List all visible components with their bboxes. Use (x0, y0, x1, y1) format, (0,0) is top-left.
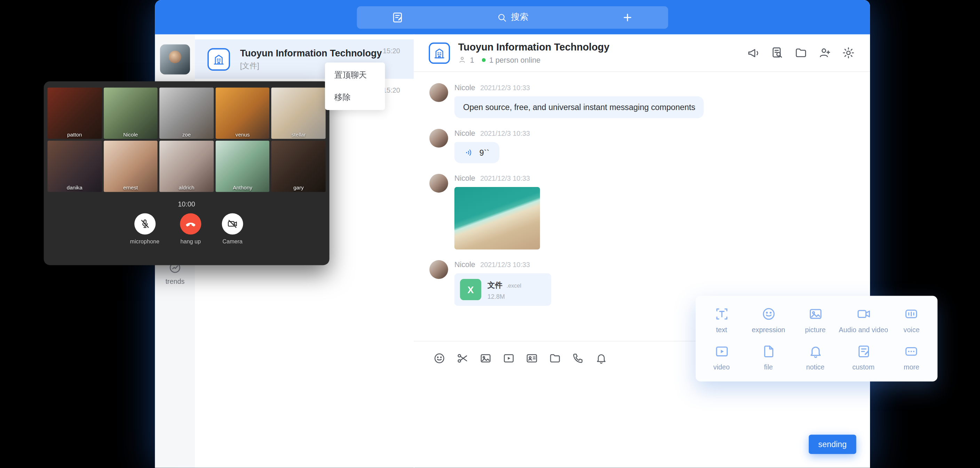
chat-title: Tuoyun Information Technology (240, 47, 382, 58)
camera-label: Camera (223, 238, 242, 244)
participant-name: stellar (272, 131, 326, 137)
chat-area: Tuoyun Information Technology 1 1 person… (414, 35, 870, 468)
feature-more[interactable]: more (888, 339, 935, 377)
bell-icon (808, 344, 823, 359)
hangup-icon (185, 218, 197, 230)
group-building-icon (429, 42, 450, 63)
bell-icon[interactable] (595, 352, 608, 364)
message-time: 2021/12/3 10:33 (480, 174, 530, 182)
feature-label: text (716, 326, 727, 333)
participant-name: patton (47, 131, 102, 137)
image-icon[interactable] (479, 352, 492, 364)
excel-file-icon: X (460, 279, 481, 300)
feature-picture[interactable]: picture (792, 301, 839, 339)
building-icon (213, 53, 225, 65)
contact-card-icon[interactable] (525, 352, 538, 364)
avatar[interactable] (430, 260, 448, 279)
feature-label: expression (752, 326, 785, 333)
add-button[interactable] (587, 6, 668, 29)
chat-time: 15:20 (383, 47, 400, 55)
file-size: 12.8M (488, 293, 521, 300)
avatar[interactable] (430, 174, 448, 193)
feature-label: file (764, 364, 773, 371)
search-icon (496, 13, 507, 22)
feature-text[interactable]: text (698, 301, 745, 339)
hangup-button[interactable] (180, 213, 201, 234)
feature-video[interactable]: video (698, 339, 745, 377)
participant-tile: ernest (103, 141, 158, 192)
voice-icon (904, 307, 919, 321)
message-time: 2021/12/3 10:33 (480, 261, 530, 268)
chat-header-actions (747, 46, 855, 59)
hangup-label: hang up (181, 238, 201, 244)
participant-tile: zoe (159, 88, 214, 139)
voice-bubble[interactable]: 9`` (455, 142, 500, 163)
group-building-icon (207, 48, 230, 70)
participant-tile: patton (47, 88, 102, 139)
compose-button[interactable] (357, 6, 438, 29)
participant-tile: aldrich (159, 141, 214, 192)
menu-item-remove[interactable]: 移除 (325, 86, 385, 109)
chat-header: Tuoyun Information Technology 1 1 person… (414, 35, 870, 72)
participant-tile: Nicole (103, 88, 158, 139)
stage: 搜索 trends Tuoyun Information T (0, 0, 980, 468)
menu-item-pin-chat[interactable]: 置顶聊天 (325, 64, 385, 86)
feature-expression[interactable]: expression (745, 301, 792, 339)
message-bubble: Open source, free, and universal instant… (455, 96, 704, 118)
microphone-control: microphone (130, 213, 159, 244)
file-card[interactable]: X 文件 .excel 12.8M (455, 273, 551, 306)
call-timer: 10:00 (47, 200, 325, 208)
search-input[interactable]: 搜索 (438, 6, 587, 29)
camera-off-icon (227, 218, 238, 230)
feature-label: voice (904, 326, 920, 333)
announcement-icon[interactable] (747, 46, 760, 59)
participant-name: danika (47, 185, 102, 191)
chat-meta: 1 1 person online (458, 55, 609, 64)
participant-grid: patton Nicole zoe venus stellar danika e… (47, 88, 325, 192)
phone-icon[interactable] (572, 352, 584, 364)
participant-name: Nicole (103, 131, 158, 137)
participant-name: aldrich (159, 185, 214, 191)
feature-voice[interactable]: voice (888, 301, 935, 339)
file-name: 文件 (488, 281, 503, 289)
building-icon (433, 47, 446, 59)
feature-label: notice (807, 364, 825, 371)
feature-file[interactable]: file (745, 339, 792, 377)
video-icon[interactable] (503, 352, 515, 364)
doc-search-icon[interactable] (770, 46, 784, 59)
participant-tile: Anthony (215, 141, 270, 192)
avatar[interactable] (430, 129, 448, 148)
folder-icon[interactable] (549, 352, 562, 364)
top-bar-controls: 搜索 (357, 6, 668, 29)
trends-label: trends (165, 278, 185, 285)
microphone-button[interactable] (134, 213, 155, 234)
avatar[interactable] (430, 83, 448, 102)
feature-notice[interactable]: notice (792, 339, 839, 377)
gear-icon[interactable] (842, 46, 855, 59)
emoji-icon[interactable] (433, 352, 446, 364)
participant-name: gary (272, 185, 326, 191)
participant-name: Anthony (215, 185, 270, 191)
participant-name: ernest (103, 185, 158, 191)
mic-off-icon (139, 218, 150, 230)
user-avatar[interactable] (160, 45, 190, 75)
scissors-icon[interactable] (456, 352, 469, 364)
plus-icon (622, 12, 633, 23)
file-icon (761, 344, 776, 359)
audio-video-icon (856, 307, 871, 321)
page-title: Tuoyun Information Technology (458, 42, 609, 53)
camera-button[interactable] (222, 213, 243, 234)
user-add-icon[interactable] (818, 46, 831, 59)
folder-icon[interactable] (794, 46, 808, 59)
feature-custom[interactable]: custom (839, 339, 888, 377)
context-menu: 置顶聊天 移除 (325, 63, 385, 110)
online-dot (482, 58, 485, 62)
camera-control: Camera (222, 213, 243, 244)
feature-audio-video[interactable]: Audio and video (839, 301, 888, 339)
voice-duration: 9`` (479, 148, 489, 157)
video-icon (714, 344, 729, 359)
member-count: 1 (470, 55, 474, 64)
beach-photo[interactable] (455, 187, 540, 250)
send-button[interactable]: sending (809, 434, 856, 454)
microphone-label: microphone (130, 238, 159, 244)
